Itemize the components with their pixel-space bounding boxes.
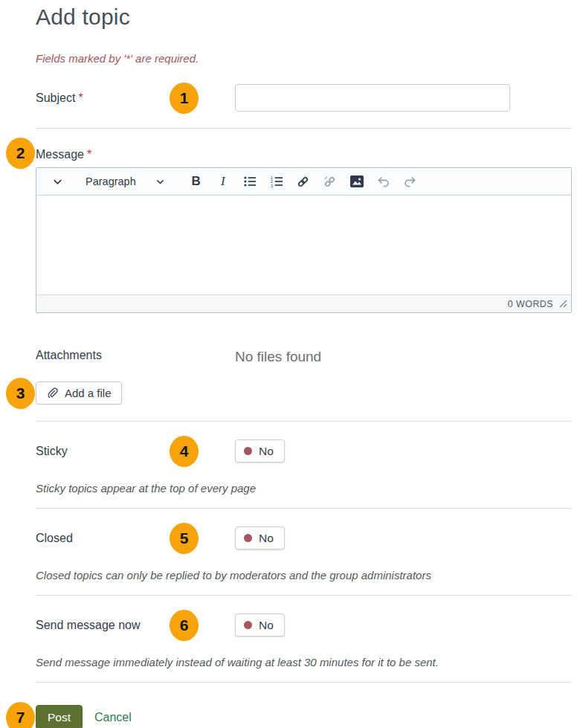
sticky-label: Sticky [36,445,235,458]
remove-link-button[interactable] [318,171,342,192]
callout-badge-2: 2 [6,138,35,169]
chevron-down-icon [52,176,63,187]
add-file-row: 3 Add a file [36,381,572,405]
subject-row: Subject* 1 [36,84,572,112]
redo-button[interactable] [399,171,422,192]
closed-toggle[interactable]: No [235,526,285,550]
editor-statusbar: 0 WORDS [36,294,571,312]
attachments-row: Attachments No files found [36,349,572,365]
numbered-list-button[interactable]: 123 [265,171,288,192]
chevron-down-icon [155,177,165,187]
callout-badge-3: 3 [6,378,35,409]
rich-text-editor: Paragraph B I 123 [36,167,572,313]
paragraph-format-value: Paragraph [86,175,136,187]
send-message-now-row: Send message now 6 No [36,613,572,637]
send-message-now-toggle-value: No [259,619,274,632]
divider [36,421,572,422]
word-count: 0 WORDS [508,299,553,309]
cancel-link[interactable]: Cancel [94,711,132,724]
divider [36,508,572,509]
subject-input[interactable] [235,84,510,112]
numbered-list-icon: 123 [270,175,283,188]
callout-badge-4: 4 [170,436,199,467]
bold-button[interactable]: B [184,171,208,192]
toggle-off-dot-icon [244,621,252,629]
redo-icon [403,175,417,189]
page-title: Add topic [36,4,572,30]
no-files-text: No files found [235,349,572,365]
closed-label: Closed [36,532,235,545]
paperclip-icon [46,387,58,399]
add-topic-form: Add topic Fields marked by '*' are requi… [0,0,577,728]
divider [36,682,572,683]
message-label: Message [36,148,84,161]
closed-toggle-value: No [259,532,274,545]
svg-text:3: 3 [271,184,273,188]
bullet-list-button[interactable] [238,171,262,192]
required-asterisk: * [87,148,91,161]
form-actions: 7 Post Cancel [36,705,572,728]
editor-toolbar: Paragraph B I 123 [36,168,571,196]
divider [36,128,572,129]
closed-row: Closed 5 No [36,526,572,550]
send-message-now-help-text: Send message immediately instead of wait… [36,656,572,669]
toggle-off-dot-icon [244,534,252,542]
insert-link-button[interactable] [291,171,315,192]
toolbar-toggle-button[interactable] [45,171,69,192]
sticky-row: Sticky 4 No [36,439,572,463]
link-icon [296,175,310,189]
send-message-now-toggle[interactable]: No [235,613,285,637]
paragraph-format-select[interactable]: Paragraph [81,171,170,192]
divider [36,595,572,596]
insert-image-button[interactable] [345,171,369,192]
editor-content-area[interactable] [36,196,571,294]
add-file-button[interactable]: Add a file [36,381,122,405]
closed-help-text: Closed topics can only be replied to by … [36,569,572,582]
image-icon [349,174,364,189]
callout-badge-6: 6 [170,610,199,641]
callout-badge-1: 1 [170,83,199,114]
send-message-now-label: Send message now [36,619,235,632]
add-file-label: Add a file [65,387,112,399]
sticky-toggle-value: No [259,445,274,458]
callout-badge-7: 7 [6,702,35,728]
subject-label: Subject* [36,91,235,105]
callout-badge-5: 5 [170,523,199,554]
required-asterisk: * [78,91,83,104]
attachments-label: Attachments [36,349,235,362]
message-section: 2 Message* Paragraph B I [36,139,572,313]
undo-icon [376,175,390,189]
unlink-icon [323,175,337,189]
bullet-list-icon [243,175,257,188]
resize-handle-icon[interactable] [559,300,567,308]
undo-button[interactable] [372,171,396,192]
italic-button[interactable]: I [211,171,235,192]
sticky-help-text: Sticky topics appear at the top of every… [36,482,572,495]
sticky-toggle[interactable]: No [235,439,285,463]
toggle-off-dot-icon [244,447,252,455]
message-label-row: 2 Message* [36,139,572,161]
required-fields-note: Fields marked by '*' are required. [36,52,572,65]
post-button[interactable]: Post [36,705,83,728]
